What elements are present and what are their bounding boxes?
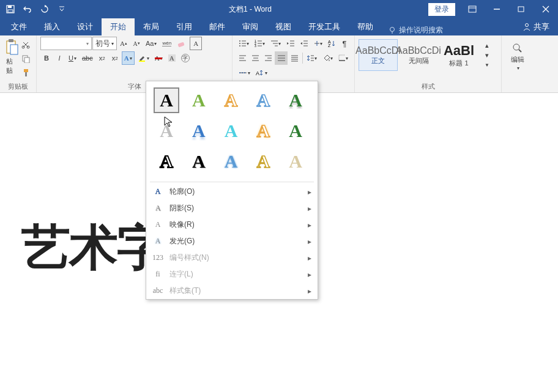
multilevel-list-button[interactable]: ▾ [268,37,283,50]
tab-home[interactable]: 开始 [102,18,135,35]
italic-button[interactable]: I [53,51,65,65]
tab-view[interactable]: 视图 [267,18,300,35]
align-right-button[interactable] [262,51,274,65]
justify-button[interactable] [275,51,287,65]
text-effect-preset-3[interactable]: A [218,87,244,113]
tab-design[interactable]: 设计 [69,18,102,35]
text-effect-preset-12[interactable]: A [186,149,212,174]
show-marks-button[interactable]: ¶ [338,37,351,50]
text-effects-button[interactable]: A▾ [122,51,135,65]
phonetic-guide-button[interactable]: wén [160,37,174,50]
grow-font-button[interactable]: A▴ [117,37,130,50]
text-effect-preset-10[interactable]: A [283,118,308,144]
asian-layout-button[interactable]: ▾ [311,37,325,50]
snap-to-grid-button[interactable]: ▾ [236,66,253,80]
character-border-button[interactable]: A [190,37,202,50]
tab-file[interactable]: 文件 [2,18,35,35]
change-case-button[interactable]: Aa▾ [143,37,159,50]
text-effect-preset-5[interactable]: A [283,87,308,113]
superscript-button[interactable]: x2 [109,51,121,65]
text-effect-preset-8[interactable]: A [218,118,244,144]
subscript-button[interactable]: x2 [96,51,108,65]
paste-button[interactable]: 粘贴 [4,37,19,77]
text-effect-preset-14[interactable]: A [250,149,276,174]
redo-button[interactable] [37,1,53,17]
svg-point-76 [513,44,519,50]
text-effect-preset-9[interactable]: A [250,118,276,144]
sort-button[interactable]: AZ [326,37,338,50]
editing-button[interactable]: 编辑 ▾ [505,37,530,77]
text-effect-outline[interactable]: A轮廓(O)▸ [146,183,318,200]
enclose-characters-button[interactable]: 字 [179,51,192,65]
text-effect-preset-4[interactable]: A [250,87,276,113]
svg-rect-67 [339,55,345,61]
text-effect-shadow[interactable]: A阴影(S)▸ [146,200,318,216]
text-effect-glow[interactable]: A发光(G)▸ [146,233,318,250]
eraser-icon [177,39,187,48]
character-scaling-button[interactable]: A▾ [253,66,270,80]
style-nospacing[interactable]: AaBbCcDi 无间隔 [399,39,438,71]
scissors-icon [21,40,30,49]
close-button[interactable] [534,0,558,18]
tell-me-search[interactable]: 操作说明搜索 [382,25,449,35]
styles-up[interactable]: ▴ [481,41,493,50]
clear-formatting-button[interactable] [174,37,189,50]
login-button[interactable]: 登录 [428,3,455,16]
style-normal[interactable]: AaBbCcDi 正文 [359,39,398,71]
bullets-button[interactable]: ▾ [236,37,251,50]
decrease-indent-button[interactable] [284,37,297,50]
style-heading1[interactable]: AaBl 标题 1 [439,39,478,71]
tab-references[interactable]: 引用 [168,18,201,35]
svg-point-73 [242,72,243,73]
styles-group-label: 样式 [359,82,497,92]
text-effect-preset-13[interactable]: A [218,149,244,174]
format-painter-button[interactable] [19,66,32,80]
minimize-button[interactable] [485,0,509,18]
svg-rect-19 [24,57,29,63]
line-spacing-button[interactable]: ▾ [305,51,319,65]
tab-help[interactable]: 帮助 [349,18,382,35]
bold-button[interactable]: B [40,51,53,65]
font-size-combo[interactable]: 初号▾ [92,37,117,50]
share-button[interactable]: 共享 [514,18,558,35]
align-left-button[interactable] [236,51,248,65]
text-effect-ligatures: fi连字(L)▸ [146,266,318,283]
text-effect-preset-7[interactable]: A [186,118,212,144]
borders-button[interactable]: ▾ [336,51,351,65]
text-effects-gallery: A A A A A A A A A A A A A A A A轮廓(O)▸ A阴… [146,81,318,300]
cut-button[interactable] [19,38,32,51]
font-color-button[interactable]: A▾ [152,51,165,65]
styles-down[interactable]: ▾ [481,51,493,59]
distributed-button[interactable] [288,51,300,65]
tab-insert[interactable]: 插入 [35,18,69,35]
shrink-font-button[interactable]: A▾ [130,37,143,50]
svg-point-10 [390,27,395,31]
numbering-button[interactable]: 123▾ [252,37,267,50]
character-shading-button[interactable]: A [166,51,178,65]
highlight-button[interactable]: ▾ [135,51,152,65]
undo-button[interactable] [20,1,35,17]
font-name-combo[interactable]: ▾ [40,37,92,50]
increase-indent-button[interactable] [297,37,310,50]
ribbon-display-options[interactable] [460,0,485,18]
qat-customize[interactable] [54,1,70,17]
text-effect-preset-2[interactable]: A [186,87,212,113]
text-effect-preset-1[interactable]: A [154,87,179,113]
document-text[interactable]: 艺术字 [21,215,165,281]
styles-more[interactable]: ▼ [481,61,493,69]
text-effect-preset-11[interactable]: A [154,149,179,174]
tab-review[interactable]: 审阅 [234,18,267,35]
text-effect-preset-6[interactable]: A [154,118,179,144]
strikethrough-button[interactable]: abc [80,51,95,65]
align-center-button[interactable] [249,51,261,65]
underline-button[interactable]: U▾ [66,51,79,65]
maximize-button[interactable] [509,0,534,18]
tab-layout[interactable]: 布局 [135,18,168,35]
text-effect-reflection[interactable]: A映像(R)▸ [146,216,318,233]
shading-button[interactable]: ▾ [320,51,335,65]
tab-mailings[interactable]: 邮件 [201,18,234,35]
text-effect-preset-15[interactable]: A [283,149,308,174]
save-button[interactable] [2,1,18,17]
copy-button[interactable] [19,52,32,65]
tab-developer[interactable]: 开发工具 [300,18,349,35]
